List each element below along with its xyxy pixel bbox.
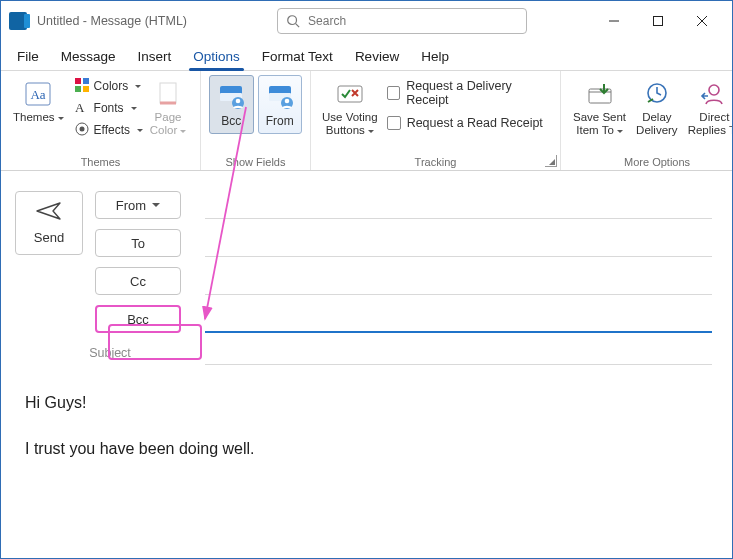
maximize-button[interactable]	[636, 6, 680, 36]
checkbox-icon	[387, 86, 401, 100]
themes-button[interactable]: Aa Themes	[9, 75, 68, 126]
tab-insert[interactable]: Insert	[136, 45, 174, 70]
folder-arrow-icon	[585, 77, 615, 111]
bcc-input[interactable]	[205, 305, 712, 333]
search-icon	[286, 14, 300, 28]
svg-text:Aa: Aa	[31, 87, 46, 102]
from-field-button[interactable]: From	[95, 191, 181, 219]
group-more-options: Save Sent Item To Delay Delivery Direct …	[561, 71, 733, 170]
checkbox-icon	[387, 116, 401, 130]
from-icon	[265, 78, 295, 114]
minimize-button[interactable]	[592, 6, 636, 36]
tracking-dialog-launcher[interactable]	[545, 155, 557, 167]
body-line-1: Hi Guys!	[25, 391, 708, 415]
outlook-icon	[9, 12, 27, 30]
delay-label: Delay Delivery	[636, 111, 678, 137]
from-toggle-button[interactable]: From	[258, 75, 303, 134]
fonts-button[interactable]: A Fonts	[72, 97, 145, 119]
group-tracking-label: Tracking	[319, 154, 552, 168]
compose-area: Send From To Cc Bcc Subject Hi Guys! I t…	[1, 171, 732, 509]
read-receipt-checkbox[interactable]: Request a Read Receipt	[387, 112, 552, 134]
fonts-label: Fonts	[94, 101, 124, 115]
effects-label: Effects	[94, 123, 130, 137]
bcc-toggle-label: Bcc	[221, 114, 241, 131]
svg-text:A: A	[75, 100, 85, 115]
fonts-icon: A	[74, 99, 90, 118]
themes-label: Themes	[13, 111, 64, 124]
tab-options[interactable]: Options	[191, 45, 242, 70]
subject-input[interactable]	[205, 341, 712, 365]
from-input[interactable]	[205, 191, 712, 219]
svg-rect-11	[83, 86, 89, 92]
to-field-label: To	[131, 236, 145, 251]
subject-label: Subject	[15, 346, 205, 360]
voting-label: Use Voting Buttons	[322, 111, 378, 137]
group-themes: Aa Themes Colors A Fonts Effects	[1, 71, 201, 170]
from-field-label: From	[116, 198, 146, 213]
tab-help[interactable]: Help	[419, 45, 451, 70]
page-color-button[interactable]: Page Color	[145, 75, 191, 139]
save-sent-button[interactable]: Save Sent Item To	[569, 75, 630, 139]
colors-button[interactable]: Colors	[72, 75, 145, 97]
bcc-icon	[216, 78, 246, 114]
svg-point-0	[288, 16, 297, 25]
svg-point-19	[236, 99, 241, 104]
person-reply-icon	[699, 77, 729, 111]
clock-icon	[642, 77, 672, 111]
voting-icon	[335, 77, 365, 111]
page-color-label: Page Color	[150, 111, 186, 137]
direct-label: Direct Replies To	[688, 111, 733, 137]
delivery-receipt-checkbox[interactable]: Request a Delivery Receipt	[387, 82, 552, 104]
bcc-toggle-button[interactable]: Bcc	[209, 75, 254, 134]
svg-rect-25	[589, 89, 611, 103]
group-tracking: Use Voting Buttons Request a Delivery Re…	[311, 71, 561, 170]
bcc-field-label: Bcc	[127, 312, 149, 327]
effects-button[interactable]: Effects	[72, 119, 145, 141]
svg-rect-9	[83, 78, 89, 84]
send-icon	[36, 201, 62, 224]
colors-label: Colors	[94, 79, 129, 93]
close-button[interactable]	[680, 6, 724, 36]
delivery-receipt-label: Request a Delivery Receipt	[406, 79, 552, 107]
to-field-button[interactable]: To	[95, 229, 181, 257]
tab-format-text[interactable]: Format Text	[260, 45, 335, 70]
svg-line-1	[296, 24, 300, 28]
send-label: Send	[34, 230, 64, 245]
to-input[interactable]	[205, 229, 712, 257]
effects-icon	[74, 121, 90, 140]
cc-input[interactable]	[205, 267, 712, 295]
svg-rect-8	[75, 78, 81, 84]
cc-field-button[interactable]: Cc	[95, 267, 181, 295]
search-placeholder: Search	[308, 14, 346, 28]
tab-file[interactable]: File	[15, 45, 41, 70]
tab-message[interactable]: Message	[59, 45, 118, 70]
colors-icon	[74, 77, 90, 96]
svg-point-14	[79, 126, 84, 131]
cc-field-label: Cc	[130, 274, 146, 289]
title-bar: Untitled - Message (HTML) Search	[1, 1, 732, 41]
direct-replies-button[interactable]: Direct Replies To	[684, 75, 733, 139]
message-body[interactable]: Hi Guys! I trust you have been doing wel…	[15, 365, 718, 509]
svg-rect-3	[654, 17, 663, 26]
svg-point-23	[284, 99, 289, 104]
use-voting-button[interactable]: Use Voting Buttons	[319, 75, 381, 139]
bcc-field-button[interactable]: Bcc	[95, 305, 181, 333]
svg-point-27	[709, 85, 719, 95]
ribbon: Aa Themes Colors A Fonts Effects	[1, 71, 732, 171]
search-input[interactable]: Search	[277, 8, 527, 34]
group-show-fields-label: Show Fields	[209, 154, 302, 168]
window-title: Untitled - Message (HTML)	[37, 14, 187, 28]
delay-delivery-button[interactable]: Delay Delivery	[632, 75, 682, 139]
ribbon-tabs: File Message Insert Options Format Text …	[1, 41, 732, 71]
themes-icon: Aa	[23, 77, 53, 111]
svg-rect-24	[338, 86, 362, 102]
read-receipt-label: Request a Read Receipt	[407, 116, 543, 130]
svg-rect-15	[160, 83, 176, 103]
send-button[interactable]: Send	[15, 191, 83, 255]
page-color-icon	[154, 77, 182, 111]
group-more-options-label: More Options	[569, 154, 733, 168]
from-toggle-label: From	[266, 114, 294, 131]
group-show-fields: Bcc From Show Fields	[201, 71, 311, 170]
body-line-2: I trust you have been doing well.	[25, 437, 708, 461]
tab-review[interactable]: Review	[353, 45, 401, 70]
